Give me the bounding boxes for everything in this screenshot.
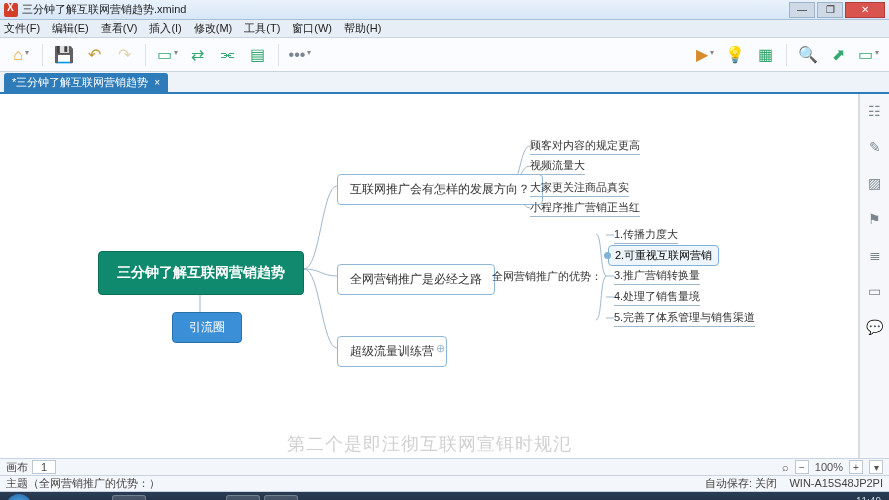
menu-modify[interactable]: 修改(M)	[194, 21, 233, 36]
fit-icon[interactable]: ⌕	[782, 461, 789, 473]
leaf[interactable]: 3.推广营销转换量	[614, 268, 700, 285]
menu-edit[interactable]: 编辑(E)	[52, 21, 89, 36]
taskbar-app-2[interactable]: ◐	[150, 495, 184, 500]
subtopic-button[interactable]: ⇄	[186, 44, 208, 66]
menu-window[interactable]: 窗口(W)	[292, 21, 332, 36]
document-tab[interactable]: *三分钟了解互联网营销趋势 ×	[4, 73, 168, 92]
zoom-controls: ⌕ − 100% + ▾	[782, 460, 883, 474]
leaf[interactable]: 视频流量大	[530, 158, 585, 175]
workspace: 三分钟了解互联网营销趋势 引流圈 互联网推广会有怎样的发展方向？ 顾客对内容的规…	[0, 94, 889, 458]
taskbar-app-4[interactable]: ▢	[264, 495, 298, 500]
search-button[interactable]: 🔍	[797, 44, 819, 66]
idea-button[interactable]: 💡	[724, 44, 746, 66]
autosave-status: 自动保存: 关闭	[705, 477, 777, 489]
menu-view[interactable]: 查看(V)	[101, 21, 138, 36]
redo-button[interactable]: ↷	[113, 44, 135, 66]
zoom-value: 100%	[815, 461, 843, 473]
watermark-text: 第二个是即汪彻互联网宣铒时规氾	[287, 432, 572, 456]
host-name: WIN-A15S48JP2PI	[789, 477, 883, 489]
undo-button[interactable]: ↶	[83, 44, 105, 66]
zoom-in-button[interactable]: +	[849, 460, 863, 474]
tab-strip: *三分钟了解互联网营销趋势 ×	[0, 72, 889, 94]
leaf[interactable]: 5.完善了体系管理与销售渠道	[614, 310, 755, 327]
sheet-label: 画布	[6, 460, 28, 475]
sheet-tab[interactable]: 1	[32, 460, 56, 474]
leaf[interactable]: 大家更关注商品真实	[530, 180, 629, 197]
system-tray[interactable]: 11:49 2021/8/28	[837, 496, 886, 500]
window-title: 三分钟了解互联网营销趋势.xmind	[22, 2, 787, 17]
tab-label: *三分钟了解互联网营销趋势	[12, 75, 148, 90]
more-button[interactable]: •••	[289, 44, 311, 66]
export-button[interactable]: ▭	[857, 44, 879, 66]
side-panel: ☷ ✎ ▨ ⚑ ≣ ▭ 💬	[859, 94, 889, 458]
status-right: 自动保存: 关闭 WIN-A15S48JP2PI	[705, 476, 883, 491]
taskbar: ◉ e 📁 ◎ ◐ ◑ ▣ ▢ 11:49 2021/8/28	[0, 492, 889, 500]
separator	[786, 44, 787, 66]
topic-button[interactable]: ▭	[156, 44, 178, 66]
zoom-out-button[interactable]: −	[795, 460, 809, 474]
taskbar-app-3[interactable]: ◑	[188, 495, 222, 500]
branch-topic-1[interactable]: 互联网推广会有怎样的发展方向？	[337, 174, 543, 205]
menu-help[interactable]: 帮助(H)	[344, 21, 381, 36]
maximize-button[interactable]: ❐	[817, 2, 843, 18]
separator	[42, 44, 43, 66]
leaf[interactable]: 顾客对内容的规定更高	[530, 138, 640, 155]
menu-bar: 文件(F) 编辑(E) 查看(V) 插入(I) 修改(M) 工具(T) 窗口(W…	[0, 20, 889, 38]
gantt-button[interactable]: ▦	[754, 44, 776, 66]
window-controls: — ❐ ✕	[787, 2, 885, 18]
minimize-button[interactable]: —	[789, 2, 815, 18]
summary-label[interactable]: 全网营销推广的优势：	[492, 269, 602, 284]
tray-time: 11:49	[837, 496, 882, 500]
taskbar-xmind-icon[interactable]: ▣	[226, 495, 260, 500]
close-button[interactable]: ✕	[845, 2, 885, 18]
zoom-menu-button[interactable]: ▾	[869, 460, 883, 474]
tab-close-icon[interactable]: ×	[154, 77, 160, 88]
outline-icon[interactable]: ☷	[866, 102, 884, 120]
comments-icon[interactable]: 💬	[866, 318, 884, 336]
toolbar: ⌂ 💾 ↶ ↷ ▭ ⇄ ⫘ ▤ ••• ▶ 💡 ▦ 🔍 ⬈ ▭	[0, 38, 889, 72]
add-subtopic-icon[interactable]: ⊕	[436, 342, 445, 355]
leaf[interactable]: 4.处理了销售量境	[614, 289, 700, 306]
start-button[interactable]: ◉	[6, 494, 32, 500]
taskbar-ie-icon[interactable]: e	[36, 495, 70, 500]
menu-insert[interactable]: 插入(I)	[149, 21, 181, 36]
title-bar: 三分钟了解互联网营销趋势.xmind — ❐ ✕	[0, 0, 889, 20]
canvas[interactable]: 三分钟了解互联网营销趋势 引流圈 互联网推广会有怎样的发展方向？ 顾客对内容的规…	[0, 94, 859, 458]
floating-topic[interactable]: 引流圈	[172, 312, 242, 343]
taskbar-explorer-icon[interactable]: 📁	[74, 495, 108, 500]
separator	[278, 44, 279, 66]
notes-icon[interactable]: ≣	[866, 246, 884, 264]
attachment-icon[interactable]: ▭	[866, 282, 884, 300]
status-topic: 主题（全网营销推广的优势：）	[6, 476, 160, 491]
taskbar-app-1[interactable]: ◎	[112, 495, 146, 500]
selection-handle[interactable]	[604, 252, 611, 259]
menu-tools[interactable]: 工具(T)	[244, 21, 280, 36]
status-bar: 主题（全网营销推广的优势：） 自动保存: 关闭 WIN-A15S48JP2PI	[0, 476, 889, 492]
leaf[interactable]: 小程序推广营销正当红	[530, 200, 640, 217]
leaf-selected[interactable]: 2.可重视互联网营销	[608, 245, 719, 266]
branch-topic-2[interactable]: 全网营销推广是必经之路	[337, 264, 495, 295]
share-button[interactable]: ⬈	[827, 44, 849, 66]
marker-icon[interactable]: ⚑	[866, 210, 884, 228]
home-button[interactable]: ⌂	[10, 44, 32, 66]
branch-topic-3[interactable]: 超级流量训练营	[337, 336, 447, 367]
relationship-button[interactable]: ⫘	[216, 44, 238, 66]
app-icon	[4, 3, 18, 17]
sheet-bar: 画布 1 ⌕ − 100% + ▾	[0, 458, 889, 476]
separator	[145, 44, 146, 66]
menu-file[interactable]: 文件(F)	[4, 21, 40, 36]
image-icon[interactable]: ▨	[866, 174, 884, 192]
boundary-button[interactable]: ▤	[246, 44, 268, 66]
leaf[interactable]: 1.传播力度大	[614, 227, 678, 244]
root-topic[interactable]: 三分钟了解互联网营销趋势	[98, 251, 304, 295]
save-button[interactable]: 💾	[53, 44, 75, 66]
present-button[interactable]: ▶	[694, 44, 716, 66]
format-icon[interactable]: ✎	[866, 138, 884, 156]
